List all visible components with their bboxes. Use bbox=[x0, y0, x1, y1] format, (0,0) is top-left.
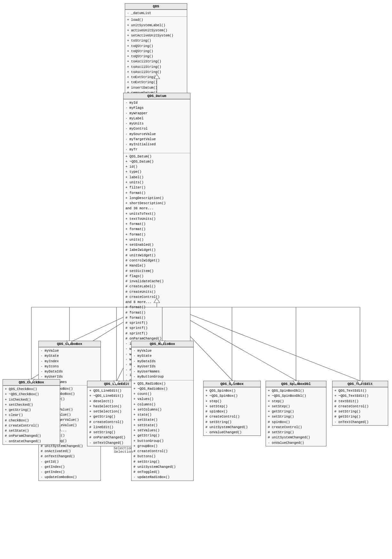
qds-spinbox-methods: + QDS_SpinBox() + ~QDS_SpinBox() + step(… bbox=[204, 387, 260, 435]
qds-radiobox-box: QDS_RadioBox · myValue · myState · myDat… bbox=[131, 341, 194, 481]
qds-checkbox-title: QDS_CheckBox bbox=[3, 379, 60, 386]
qds-spinbox-title: QDS_SpinBox bbox=[204, 381, 260, 387]
qds-checkbox-box: QDS_CheckBox + QDS_CheckBox() + ~QDS_Che… bbox=[3, 379, 60, 445]
qds-methods: + load() + unitSystemLabel() + activeUni… bbox=[125, 16, 187, 96]
qds-spinboxdbl-methods: + QDS_SpinBoxDbl() + ~QDS_SpinBoxDbl() +… bbox=[266, 387, 326, 446]
qds-attrs: · _datumList bbox=[125, 10, 187, 16]
qds-spinbox-box: QDS_SpinBox + QDS_SpinBox() + ~QDS_SpinB… bbox=[203, 381, 261, 436]
svg-text:Selection: Selection bbox=[114, 450, 133, 454]
qds-spinboxdbl-title: QDS_SpinBoxDbl bbox=[266, 381, 326, 387]
qds-textedit-methods: + QDS_TextEdit() + ~QDS_TextEdit() # tex… bbox=[332, 387, 388, 425]
qds-box: QDS · _datumList + load() + unitSystemLa… bbox=[125, 3, 187, 96]
qds-datum-attrs: · myId · myFlags · myWrapper · myLabel ·… bbox=[124, 99, 190, 153]
qds-radiobox-methods: + QDS_RadioBox() + ~QDS_RadioBox() + cou… bbox=[132, 380, 193, 481]
qds-combobox-title: QDS_ComboBox bbox=[39, 341, 100, 347]
selection-label: Selection bbox=[114, 446, 132, 450]
qds-checkbox-methods: + QDS_CheckBox() + ~QDS_CheckBox() + isC… bbox=[3, 386, 60, 444]
qds-textedit-box: QDS_TextEdit + QDS_TextEdit() + ~QDS_Tex… bbox=[332, 381, 388, 426]
qds-spinboxdbl-box: QDS_SpinBoxDbl + QDS_SpinBoxDbl() + ~QDS… bbox=[266, 381, 326, 446]
qds-title: QDS bbox=[125, 4, 187, 10]
qds-radiobox-title: QDS_RadioBox bbox=[132, 341, 193, 347]
qds-textedit-title: QDS_TextEdit bbox=[332, 381, 388, 387]
diagram-container: QDS · _datumList + load() + unitSystemLa… bbox=[0, 0, 392, 559]
qds-radiobox-attrs: · myValue · myState · myDataIds · myUser… bbox=[132, 347, 193, 380]
qds-datum-title: QDS_Datum bbox=[124, 93, 190, 99]
